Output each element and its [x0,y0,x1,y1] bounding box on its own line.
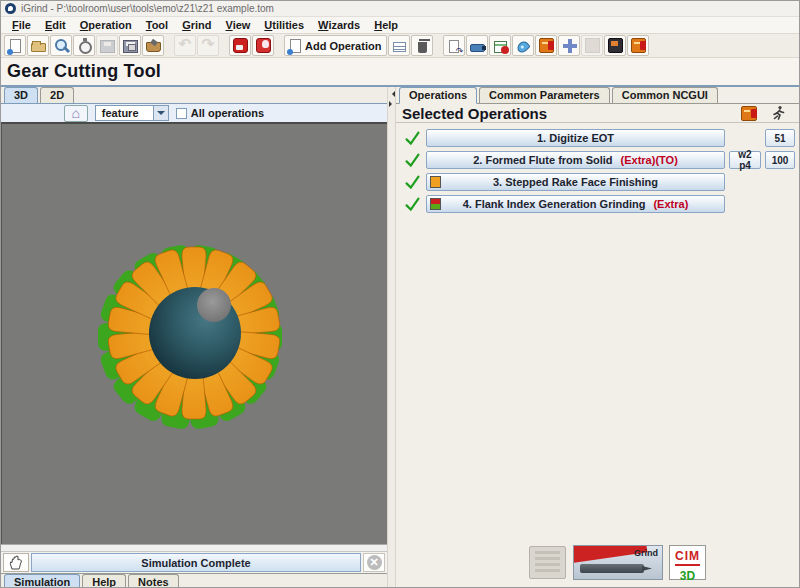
save-all-button[interactable] [119,35,141,56]
blank-button [581,35,603,56]
operation-button[interactable]: 3. Stepped Rake Face Finishing [426,173,725,191]
plus-icon [562,38,577,53]
insert-operation-button[interactable] [388,35,410,56]
probe-tool-button[interactable] [229,35,251,56]
selected-operations-title: Selected Operations [402,105,741,122]
grind-machine-button[interactable]: Grind [573,545,663,580]
tab-simulation[interactable]: Simulation [4,574,80,588]
add-wheel-button[interactable] [558,35,580,56]
operation-row: 2. Formed Flute from Solid(Extra)(TO)w2 … [402,149,795,171]
simulation-close-button[interactable]: ✕ [363,553,385,572]
app-window: iGrind - P:\toolroom\user\tools\emo\z21\… [0,0,800,588]
operation-value-box[interactable]: 51 [765,129,795,147]
operation-label: 2. Formed Flute from Solid [473,154,612,166]
tab-operations[interactable]: Operations [399,87,477,104]
check-icon [402,174,422,191]
home-icon: ⌂ [72,106,80,120]
operation-row: 3. Stepped Rake Face Finishing [402,171,795,193]
toolbox-icon [539,38,554,53]
folder-icon [31,43,46,52]
panel-footer: Grind CIM 3D [396,545,800,581]
operation-row: 1. Digitize EOT51 [402,127,795,149]
tab-3d[interactable]: 3D [4,87,38,103]
pan-hand-button[interactable] [3,553,29,572]
coolant-button[interactable] [512,35,534,56]
undo-icon [178,38,193,53]
wheel-table-button[interactable] [489,35,511,56]
copy-page-button[interactable] [443,35,465,56]
toolbox-2-button[interactable] [627,35,649,56]
hand-icon [9,555,23,570]
run-simulation-icon[interactable] [771,105,787,121]
drill-bit-graphic [580,564,644,573]
menu-item-wizards[interactable]: Wizards [311,18,367,32]
menu-item-help[interactable]: Help [367,18,405,32]
menu-item-view[interactable]: View [218,18,257,32]
new-file-button[interactable] [4,35,26,56]
tab-notes[interactable]: Notes [128,574,179,588]
check-icon [402,130,422,147]
orange-status-icon [430,176,441,188]
undo-button [174,35,196,56]
menu-item-tool[interactable]: Tool [139,18,175,32]
add-operation-label: Add Operation [305,40,381,52]
menu-item-utilities[interactable]: Utilities [257,18,311,32]
splitter-collapse-left-icon[interactable] [389,91,395,97]
page-title: Gear Cutting Tool [1,58,800,82]
delete-operation-button[interactable] [411,35,433,56]
open-file-button[interactable] [27,35,49,56]
feature-dropdown-value: feature [96,107,153,119]
machine-monitor-button[interactable] [604,35,626,56]
gear-3d-render [2,124,387,544]
menu-item-grind[interactable]: Grind [175,18,218,32]
panel-splitter[interactable] [387,87,396,588]
trash-icon [418,42,427,53]
operation-button[interactable]: 4. Flank Index Generation Grinding(Extra… [426,195,725,213]
tab-common-ncgui[interactable]: Common NCGUI [612,87,718,103]
gear-3d-viewport[interactable] [1,124,387,544]
toolbox-button[interactable] [535,35,557,56]
toolbox-icon[interactable] [741,106,757,121]
operations-panel: OperationsCommon ParametersCommon NCGUI … [396,87,800,588]
dropdown-arrow-box[interactable] [153,106,168,120]
all-operations-checkbox[interactable]: All operations [176,107,264,119]
disabled-info-button [529,546,566,579]
tab-help[interactable]: Help [82,574,126,588]
operation-value-box[interactable]: 100 [765,151,795,169]
operation-button[interactable]: 1. Digitize EOT [426,129,725,147]
app-icon [5,3,16,14]
selected-operations-header: Selected Operations [396,104,800,123]
measure-tool-button[interactable] [252,35,274,56]
splitter-collapse-right-icon[interactable] [389,101,395,107]
feature-dropdown[interactable]: feature [95,105,169,121]
window-title: iGrind - P:\toolroom\user\tools\emo\z21\… [21,3,274,14]
simulation-progress-bar: Simulation Complete [31,553,361,572]
tab-common-parameters[interactable]: Common Parameters [479,87,610,103]
collet-button[interactable] [466,35,488,56]
operation-button[interactable]: 2. Formed Flute from Solid(Extra)(TO) [426,151,725,169]
stopwatch-button[interactable] [73,35,95,56]
menu-item-operation[interactable]: Operation [73,18,139,32]
red-tool-icon [233,38,248,53]
add-operation-button[interactable]: Add Operation [284,35,387,56]
operation-value-box[interactable]: w2 p4 [729,151,761,169]
check-icon [402,196,422,213]
view-controls: ⌂ feature All operations [1,104,387,124]
redo-icon [201,38,216,53]
operation-extra-label: (Extra) [653,198,688,210]
tab-2d[interactable]: 2D [40,87,74,103]
toolbar-group [229,35,274,56]
menu-item-file[interactable]: File [5,18,38,32]
toolbar-group: Add Operation [284,35,433,56]
checkbox-box[interactable] [176,108,187,119]
cim-logo-text: CIM [675,549,700,566]
operation-label: 3. Stepped Rake Face Finishing [493,176,658,188]
zoom-button[interactable] [50,35,72,56]
toolbar: Add Operation [1,34,800,58]
operation-extra-label: (Extra)(TO) [621,154,678,166]
export-tool-button[interactable] [142,35,164,56]
home-view-button[interactable]: ⌂ [64,105,88,122]
cim3d-logo-button[interactable]: CIM 3D [669,545,706,580]
operation-value-boxes: 51 [729,129,795,147]
menu-item-edit[interactable]: Edit [38,18,73,32]
